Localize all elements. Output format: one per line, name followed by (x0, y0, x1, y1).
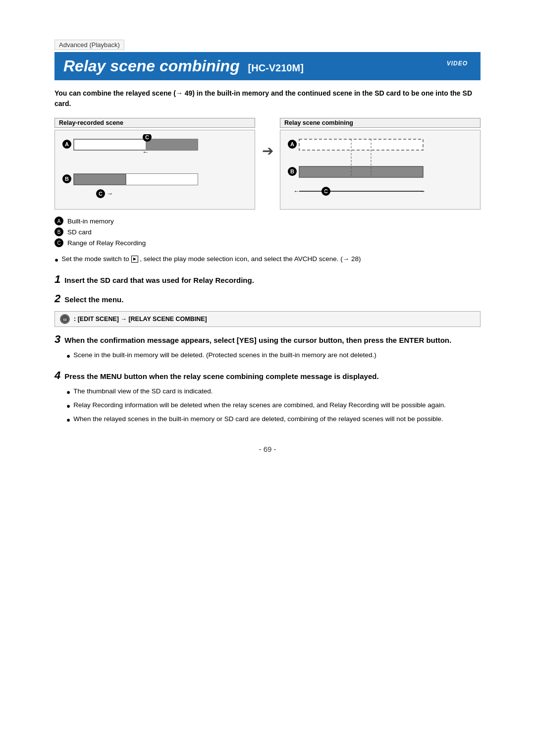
step-3-bullet: ● Scene in the built-in memory will be d… (66, 350, 481, 361)
diagram-right-label: Relay scene combining (280, 118, 481, 128)
legend-circle-c: C (54, 238, 63, 247)
arrow-connector: ➔ (255, 118, 280, 159)
legend-item-c: C Range of Relay Recording (54, 238, 481, 247)
step-3: 3 When the confirmation message appears,… (54, 333, 481, 361)
step-1-text: Insert the SD card that was used for Rel… (64, 275, 254, 286)
diagram-left: Relay-recorded scene A C ← B (54, 118, 255, 210)
svg-text:B: B (65, 176, 69, 182)
step-3-number: 3 (54, 333, 60, 346)
svg-rect-20 (299, 166, 423, 177)
svg-text:←: ← (142, 148, 149, 156)
step-4-bullet-1: ● The thumbnail view of the SD card is i… (66, 386, 481, 397)
page-title-bar: Relay scene combining [HC-V210M] VIDEO (54, 52, 481, 80)
step-4-bullet-3: ● When the relayed scenes in the built-i… (66, 414, 481, 425)
diagram-right: Relay scene combining A B (280, 118, 481, 210)
step-3-bullet-text: Scene in the built-in memory will be del… (73, 350, 376, 360)
step-4-text: Press the MENU button when the relay sce… (64, 371, 378, 382)
bullet-dot-4-2: ● (66, 401, 70, 411)
step-3-text: When the confirmation message appears, s… (64, 335, 451, 346)
mode-bullet: ● Set the mode switch to , select the pl… (54, 254, 481, 265)
legend-text-b: SD card (67, 228, 92, 236)
svg-rect-10 (126, 174, 198, 185)
diagram-left-label: Relay-recorded scene (54, 118, 255, 128)
step-2: 2 Select the menu. (54, 292, 481, 306)
section-label: Advanced (Playback) (54, 40, 124, 50)
page-title-model: [HC-V210M] (248, 62, 304, 73)
legend-circle-b: B (54, 227, 63, 236)
page-number: - 69 - (54, 445, 481, 453)
svg-text:C: C (145, 134, 149, 140)
step-4-bullet-text-1: The thumbnail view of the SD card is ind… (73, 386, 213, 396)
step-4-bullet-2: ● Relay Recording information will be de… (66, 400, 481, 411)
bullet-dot-mode: ● (54, 255, 58, 265)
mode-bullet-section: ● Set the mode switch to , select the pl… (54, 254, 481, 265)
video-badge: VIDEO (443, 59, 472, 68)
bullet-dot-4-3: ● (66, 415, 70, 425)
svg-text:B: B (290, 168, 294, 174)
step-1-number: 1 (54, 273, 60, 286)
menu-text: : [EDIT SCENE] → [RELAY SCENE COMBINE] (74, 316, 207, 323)
menu-box: M : [EDIT SCENE] → [RELAY SCENE COMBINE] (54, 311, 481, 327)
svg-text:→: → (419, 187, 426, 195)
diagrams-container: Relay-recorded scene A C ← B (54, 118, 481, 210)
bullet-dot-3: ● (66, 351, 70, 361)
relay-combined-svg: A B C ← → (284, 134, 433, 204)
legend-section: A Built-in memory B SD card C Range of R… (54, 216, 481, 247)
step-4-bullet-text-3: When the relayed scenes in the built-in … (73, 414, 443, 424)
menu-icon: M (60, 314, 70, 324)
intro-text: You can combine the relayed scene (→ 49)… (54, 88, 481, 109)
svg-text:A: A (290, 141, 294, 147)
step-4: 4 Press the MENU button when the relay s… (54, 369, 481, 425)
step-2-number: 2 (54, 292, 60, 305)
svg-rect-17 (299, 139, 423, 150)
legend-circle-a: A (54, 216, 63, 225)
legend-item-a: A Built-in memory (54, 216, 481, 225)
svg-text:M: M (63, 318, 67, 322)
svg-text:A: A (65, 141, 69, 147)
step-4-bullet-text-2: Relay Recording information will be dele… (73, 400, 446, 410)
legend-item-b: B SD card (54, 227, 481, 236)
mode-bullet-text: Set the mode switch to , select the play… (61, 254, 361, 264)
svg-text:C: C (99, 191, 103, 197)
step-4-number: 4 (54, 369, 60, 382)
svg-text:→: → (107, 190, 113, 197)
page-title-main: Relay scene combining (63, 57, 240, 75)
bullet-dot-4-1: ● (66, 387, 70, 397)
legend-text-a: Built-in memory (67, 217, 114, 225)
svg-rect-3 (146, 139, 198, 150)
step-1: 1 Insert the SD card that was used for R… (54, 273, 481, 286)
svg-text:←: ← (293, 187, 300, 195)
relay-recorded-svg: A C ← B (59, 134, 208, 204)
play-mode-icon (131, 256, 138, 263)
legend-text-c: Range of Relay Recording (67, 239, 146, 247)
step-2-text: Select the menu. (64, 294, 123, 306)
